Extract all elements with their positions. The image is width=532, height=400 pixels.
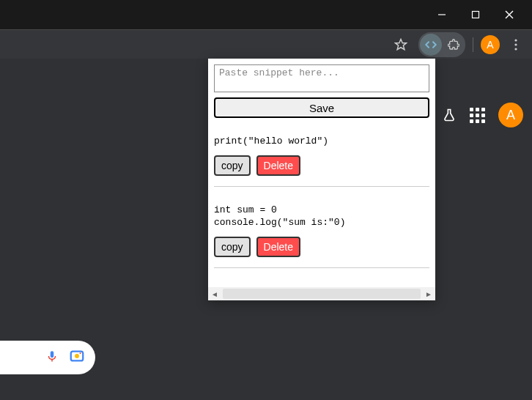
svg-rect-1: [473, 12, 479, 18]
profile-avatar[interactable]: A: [481, 35, 500, 54]
snippet-actions: copy Delete: [214, 155, 429, 176]
labs-flask-icon[interactable]: [442, 108, 457, 122]
toolbar-separator: [473, 37, 473, 52]
snippet-actions: copy Delete: [214, 237, 429, 257]
snippet-item: print("hello world") copy Delete: [214, 136, 429, 187]
snippet-item: int sum = 0 console.log("sum is:"0) copy…: [214, 204, 429, 268]
snippet-input[interactable]: [214, 64, 429, 92]
browser-toolbar: A: [0, 29, 532, 59]
svg-point-10: [80, 352, 81, 354]
svg-point-7: [514, 48, 517, 50]
close-window-button[interactable]: [492, 3, 526, 26]
svg-marker-4: [396, 39, 407, 49]
extension-popup: Save print("hello world") copy Delete in…: [208, 59, 435, 300]
svg-point-6: [514, 43, 517, 45]
chrome-menu-icon[interactable]: [507, 36, 525, 53]
save-button[interactable]: Save: [214, 97, 429, 118]
page-header-right: A: [442, 103, 523, 127]
copy-button[interactable]: copy: [214, 237, 251, 257]
scroll-thumb[interactable]: [223, 289, 421, 299]
copy-button[interactable]: copy: [214, 155, 251, 176]
page-profile-avatar[interactable]: A: [498, 103, 523, 127]
snippet-code: int sum = 0 console.log("sum is:"0): [214, 204, 429, 229]
image-search-icon[interactable]: [69, 348, 85, 367]
scroll-right-icon[interactable]: ►: [422, 287, 435, 300]
maximize-button[interactable]: [459, 3, 492, 26]
window-titlebar: [0, 0, 532, 29]
bookmark-star-icon[interactable]: [391, 34, 411, 55]
snippet-code: print("hello world"): [214, 136, 429, 148]
extensions-puzzle-icon[interactable]: [443, 34, 464, 55]
scroll-left-icon[interactable]: ◄: [208, 287, 221, 300]
google-apps-icon[interactable]: [470, 108, 485, 123]
extension-pill: [418, 32, 465, 57]
delete-button[interactable]: Delete: [256, 237, 300, 257]
minimize-button[interactable]: [425, 3, 459, 26]
svg-point-5: [514, 39, 517, 41]
horizontal-scrollbar[interactable]: ◄ ►: [208, 287, 435, 300]
delete-button[interactable]: Delete: [256, 155, 300, 176]
search-bar-partial[interactable]: [0, 341, 95, 374]
snippet-extension-icon[interactable]: [420, 34, 442, 56]
voice-search-icon[interactable]: [45, 349, 59, 366]
svg-point-9: [75, 354, 79, 358]
